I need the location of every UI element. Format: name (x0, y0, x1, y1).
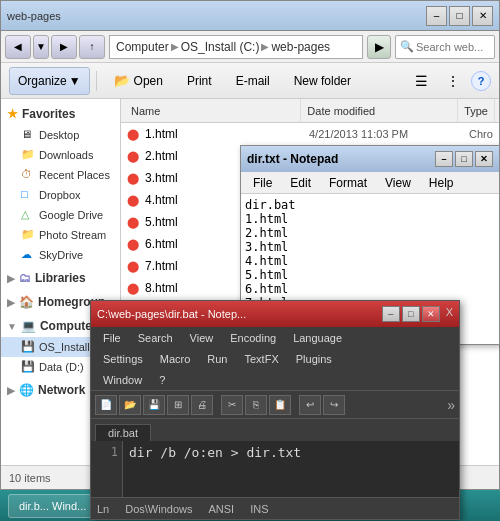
libraries-label: Libraries (35, 271, 86, 285)
sidebar-item-recent-places[interactable]: ⏱ Recent Places (1, 165, 120, 185)
back-arrow-icon[interactable]: ▼ (33, 35, 49, 59)
bat-menu-plugins[interactable]: Plugins (288, 351, 340, 367)
notepad-bat-toolbar: 📄 📂 💾 ⊞ 🖨 ✂ ⎘ 📋 ↩ ↪ » (91, 391, 459, 419)
forward-button[interactable]: ▶ (51, 35, 77, 59)
bat-tool-cut[interactable]: ✂ (221, 395, 243, 415)
taskbar-button-dirbat[interactable]: dir.b... Wind... (8, 494, 97, 518)
file-icon-1html: ⬤ (125, 126, 141, 142)
col-date-header[interactable]: Date modified (301, 99, 458, 122)
notepad-txt-menu-help[interactable]: Help (421, 174, 462, 192)
sidebar-item-dropbox[interactable]: □ Dropbox (1, 185, 120, 205)
bat-menu-language[interactable]: Language (285, 330, 350, 346)
notepad-txt-close[interactable]: ✕ (475, 151, 493, 167)
email-label: E-mail (236, 74, 270, 88)
search-icon: 🔍 (400, 40, 414, 53)
address-path[interactable]: Computer ▶ OS_Install (C:) ▶ web-pages (109, 35, 363, 59)
col-type-header[interactable]: Type (458, 99, 495, 122)
sidebar-section-libraries: ▶ 🗂 Libraries (1, 267, 120, 289)
sidebar-item-downloads[interactable]: 📁 Downloads (1, 145, 120, 165)
sidebar-label-google-drive: Google Drive (39, 209, 103, 221)
file-icon-6html: ⬤ (125, 236, 141, 252)
bat-toolbar-more-icon[interactable]: » (447, 397, 455, 413)
favorites-label: Favorites (22, 107, 75, 121)
organize-button[interactable]: Organize ▼ (9, 67, 90, 95)
notepad-txt-menu-edit[interactable]: Edit (282, 174, 319, 192)
toolbar: Organize ▼ 📂 Open Print E-mail New folde… (1, 63, 499, 99)
breadcrumb-os-install[interactable]: OS_Install (C:) (181, 40, 260, 54)
bat-menu-macro[interactable]: Macro (152, 351, 199, 367)
favorites-star-icon: ★ (7, 107, 18, 121)
sidebar-label-os-install: OS_Install (39, 341, 90, 353)
notepad-txt-menu-format[interactable]: Format (321, 174, 375, 192)
sidebar-item-photo-stream[interactable]: 📁 Photo Stream (1, 225, 120, 245)
bat-menu-textfx[interactable]: TextFX (237, 351, 287, 367)
email-button[interactable]: E-mail (225, 67, 281, 95)
bat-menu-question[interactable]: ? (151, 372, 173, 388)
notepad-bat-menubar-3: Window ? (91, 369, 459, 391)
bat-editor[interactable]: dir /b /o:en > dir.txt (123, 441, 459, 497)
bat-status-line: Ln (97, 503, 109, 515)
dropbox-icon: □ (21, 188, 35, 202)
bat-tool-open[interactable]: 📂 (119, 395, 141, 415)
bat-tab-dirbat[interactable]: dir.bat (95, 424, 151, 441)
bat-tool-redo[interactable]: ↪ (323, 395, 345, 415)
sidebar-header-favorites[interactable]: ★ Favorites (1, 103, 120, 125)
maximize-button[interactable]: □ (449, 6, 470, 26)
sidebar-label-dropbox: Dropbox (39, 189, 81, 201)
os-install-icon: 💾 (21, 340, 35, 354)
file-icon-5html: ⬤ (125, 214, 141, 230)
bat-tool-new[interactable]: 📄 (95, 395, 117, 415)
file-type-1html: Chro (469, 128, 495, 140)
breadcrumb: Computer ▶ OS_Install (C:) ▶ web-pages (116, 40, 330, 54)
explorer-title: web-pages (7, 10, 61, 22)
sidebar-item-desktop[interactable]: 🖥 Desktop (1, 125, 120, 145)
notepad-txt-controls: – □ ✕ (435, 151, 493, 167)
notepad-txt-minimize[interactable]: – (435, 151, 453, 167)
notepad-bat-title-bar: C:\web-pages\dir.bat - Notep... – □ ✕ X (91, 301, 459, 327)
bat-menu-file[interactable]: File (95, 330, 129, 346)
bat-tool-undo[interactable]: ↩ (299, 395, 321, 415)
close-button[interactable]: ✕ (472, 6, 493, 26)
taskbar-btn-label: dir.b... Wind... (19, 500, 86, 512)
notepad-txt-menu-file[interactable]: File (245, 174, 280, 192)
notepad-bat-minimize[interactable]: – (382, 306, 400, 322)
sidebar-item-skydrive[interactable]: ☁ SkyDrive (1, 245, 120, 265)
open-button[interactable]: 📂 Open (103, 67, 174, 95)
view-icons-button[interactable]: ⋮ (439, 69, 467, 93)
notepad-bat-maximize[interactable]: □ (402, 306, 420, 322)
bat-menu-encoding[interactable]: Encoding (222, 330, 284, 346)
help-button[interactable]: ? (471, 71, 491, 91)
breadcrumb-web-pages[interactable]: web-pages (271, 40, 330, 54)
back-button[interactable]: ◀ (5, 35, 31, 59)
bat-menu-window[interactable]: Window (95, 372, 150, 388)
homegroup-expand-icon: ▶ (7, 297, 15, 308)
sidebar-label-skydrive: SkyDrive (39, 249, 83, 261)
notepad-txt-menu-view[interactable]: View (377, 174, 419, 192)
sidebar-header-libraries[interactable]: ▶ 🗂 Libraries (1, 267, 120, 289)
view-details-button[interactable]: ☰ (407, 69, 435, 93)
up-button[interactable]: ↑ (79, 35, 105, 59)
print-button[interactable]: Print (176, 67, 223, 95)
notepad-txt-maximize[interactable]: □ (455, 151, 473, 167)
bat-tool-copy[interactable]: ⎘ (245, 395, 267, 415)
new-folder-button[interactable]: New folder (283, 67, 362, 95)
bat-tool-save[interactable]: 💾 (143, 395, 165, 415)
bat-tab-label: dir.bat (108, 427, 138, 439)
search-box[interactable]: 🔍 (395, 35, 495, 59)
bat-menu-view[interactable]: View (182, 330, 222, 346)
minimize-button[interactable]: – (426, 6, 447, 26)
sidebar-item-google-drive[interactable]: △ Google Drive (1, 205, 120, 225)
bat-tool-paste[interactable]: 📋 (269, 395, 291, 415)
bat-menu-settings[interactable]: Settings (95, 351, 151, 367)
go-button[interactable]: ▶ (367, 35, 391, 59)
search-input[interactable] (416, 41, 486, 53)
bat-menu-search[interactable]: Search (130, 330, 181, 346)
col-name-header[interactable]: Name (125, 99, 301, 122)
bat-tool-print[interactable]: 🖨 (191, 395, 213, 415)
table-row[interactable]: ⬤ 1.html 4/21/2013 11:03 PM Chro (121, 123, 499, 145)
bat-tool-saveall[interactable]: ⊞ (167, 395, 189, 415)
bat-menu-run[interactable]: Run (199, 351, 235, 367)
breadcrumb-computer[interactable]: Computer (116, 40, 169, 54)
notepad-bat-x-label[interactable]: X (446, 306, 453, 322)
notepad-bat-close[interactable]: ✕ (422, 306, 440, 322)
